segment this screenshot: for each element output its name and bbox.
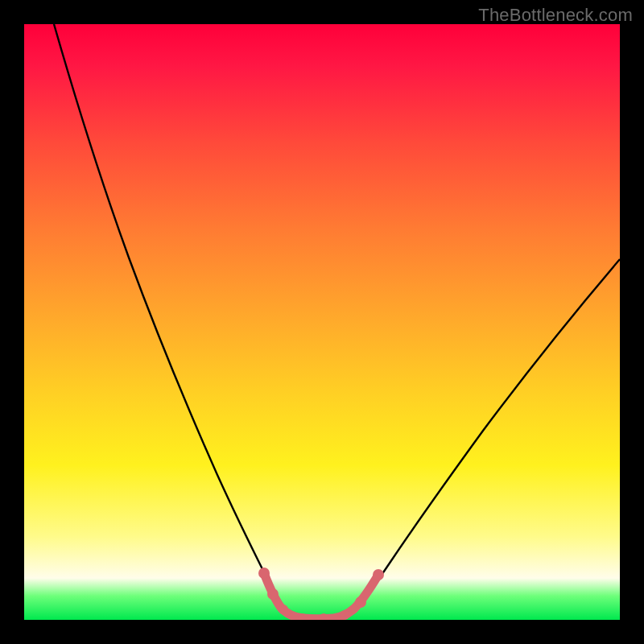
- curve-layer: [24, 24, 620, 620]
- svg-point-5: [340, 610, 349, 620]
- svg-point-0: [258, 568, 270, 579]
- svg-point-1: [267, 588, 279, 600]
- svg-point-6: [355, 597, 366, 608]
- bottleneck-curve: [54, 24, 620, 618]
- svg-point-7: [373, 569, 384, 580]
- chart-frame: TheBottleneck.com: [0, 0, 644, 644]
- watermark-text: TheBottleneck.com: [478, 5, 633, 26]
- plot-area: [24, 24, 620, 620]
- svg-point-2: [279, 605, 288, 614]
